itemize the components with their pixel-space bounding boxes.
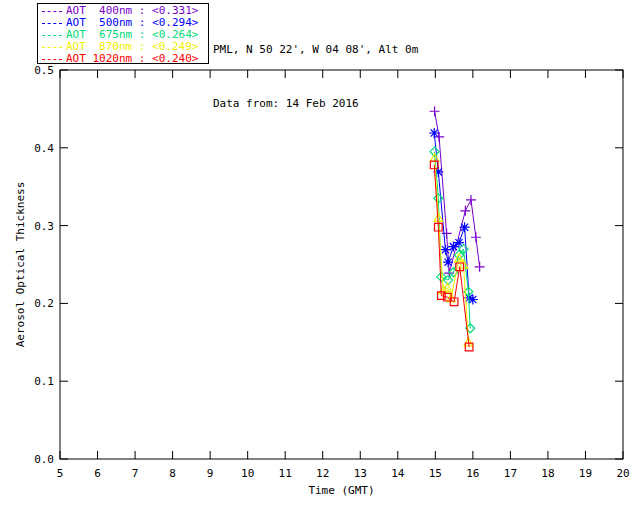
x-tick-label: 9 (207, 467, 214, 480)
legend-line-sample-icon (42, 59, 62, 60)
y-tick-label: 0.2 (34, 297, 54, 310)
x-tick-label: 12 (316, 467, 329, 480)
x-tick-label: 10 (241, 467, 254, 480)
x-tick-label: 6 (94, 467, 101, 480)
legend-label: AOT 1020nm : <0.240> (66, 53, 198, 65)
x-tick-label: 11 (279, 467, 292, 480)
legend-line-sample-icon (42, 23, 62, 24)
y-tick-label: 0.3 (34, 220, 54, 233)
x-tick-label: 5 (57, 467, 64, 480)
x-tick-label: 19 (579, 467, 592, 480)
y-axis-title: Aerosol Optical Thickness (14, 182, 27, 348)
aot-plot-page: AOT 400nm : <0.331>AOT 500nm : <0.294>AO… (0, 0, 640, 512)
x-tick-label: 17 (504, 467, 517, 480)
legend-box: AOT 400nm : <0.331>AOT 500nm : <0.294>AO… (37, 3, 209, 64)
legend-line-sample-icon (42, 47, 62, 48)
data-date: Data from: 14 Feb 2016 (213, 95, 418, 113)
x-tick-label: 8 (169, 467, 176, 480)
legend-line-sample-icon (42, 11, 62, 12)
x-tick-label: 15 (429, 467, 442, 480)
x-tick-label: 16 (466, 467, 479, 480)
y-tick-label: 0.1 (34, 375, 54, 388)
y-tick-label: 0.5 (34, 64, 54, 77)
y-tick-label: 0.4 (34, 142, 54, 155)
station-location: PML, N 50 22', W 04 08', Alt 0m (213, 41, 418, 59)
x-axis-title: Time (GMT) (308, 484, 374, 497)
series-675nm (430, 147, 475, 333)
x-tick-label: 13 (354, 467, 367, 480)
legend-line-sample-icon (42, 35, 62, 36)
y-tick-label: 0.0 (34, 453, 54, 466)
station-info: PML, N 50 22', W 04 08', Alt 0m Data fro… (213, 5, 418, 149)
x-tick-label: 14 (391, 467, 405, 480)
legend-entry-1020nm: AOT 1020nm : <0.240> (42, 53, 208, 65)
x-tick-label: 18 (541, 467, 554, 480)
series-line-400nm (435, 111, 480, 273)
x-tick-label: 7 (132, 467, 139, 480)
x-tick-label: 20 (616, 467, 629, 480)
